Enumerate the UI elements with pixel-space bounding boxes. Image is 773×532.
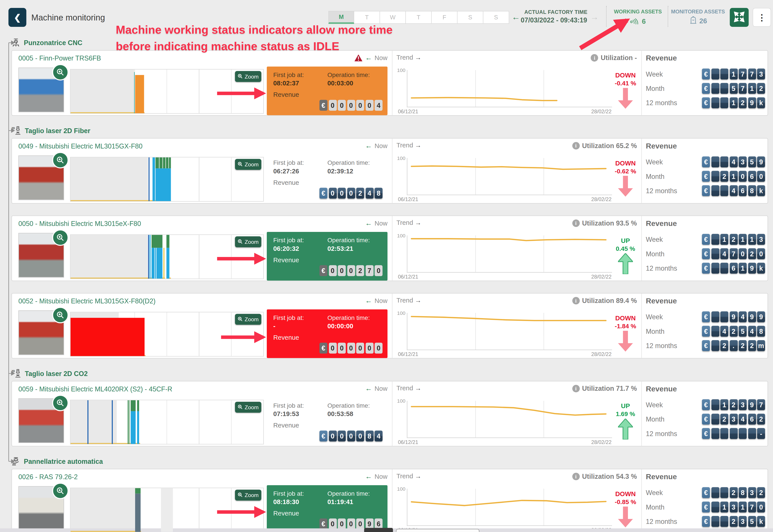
status-panel: First job at: 08:18:30 Operation time: 0… (267, 485, 388, 532)
trend-delta: -0.85 % (615, 499, 636, 506)
arrow-right-icon: → (415, 472, 421, 480)
y-axis-tick: 100 (392, 310, 406, 316)
x-axis-end: 28/02/22 (564, 274, 612, 280)
scrollbar-thumb[interactable] (364, 528, 393, 532)
info-icon[interactable]: i (572, 385, 580, 392)
week-label: Week (646, 401, 663, 409)
photo-zoom-icon[interactable] (52, 152, 68, 168)
counter-digit (711, 428, 719, 439)
info-icon[interactable]: i (572, 297, 580, 305)
timeline-bar (163, 248, 165, 279)
machine-timeline[interactable] (70, 312, 264, 356)
counter-digit (720, 185, 728, 196)
utilization: i Utilization - (591, 54, 637, 62)
counter-digit: 2 (356, 188, 364, 199)
currency-box: € (702, 68, 710, 79)
photo-zoom-icon[interactable] (52, 64, 68, 80)
currency-box: € (702, 399, 710, 410)
trend-chart (407, 235, 612, 273)
machine-timeline[interactable] (70, 488, 264, 532)
utilization-value: 71.7 % (616, 385, 637, 392)
operation-time-value: 00:00:00 (327, 322, 353, 330)
timeline-bar (149, 235, 151, 279)
zoom-button[interactable]: Zoom (235, 159, 261, 170)
kebab-menu-button[interactable]: ⋮ (753, 8, 771, 27)
now-label: Now (374, 219, 388, 227)
monitored-assets-value: 26 (670, 16, 726, 26)
zoom-button[interactable]: Zoom (235, 236, 261, 247)
group-header: Pannellatrice automatica (11, 457, 768, 466)
counter-digit: 0 (365, 100, 373, 111)
photo-zoom-icon[interactable] (52, 483, 68, 499)
counter-digit: 4 (374, 431, 382, 442)
day-cell-6[interactable]: S (483, 11, 509, 24)
counter-digit: 0 (757, 171, 765, 182)
next-day-arrow-icon[interactable]: → (590, 12, 599, 22)
counter-digit: 0 (347, 518, 355, 529)
counter-digit: 9 (748, 263, 756, 274)
zoom-button[interactable]: Zoom (235, 314, 261, 325)
divider (641, 216, 642, 281)
currency-box: € (702, 263, 710, 274)
day-cell-5[interactable]: S (458, 11, 483, 24)
utilization-value: - (635, 54, 637, 62)
counter-digit: 1 (748, 83, 756, 94)
month-revenue-counter: €42548 (702, 326, 765, 337)
day-cell-3[interactable]: T (406, 11, 432, 24)
photo-zoom-icon[interactable] (52, 395, 68, 411)
currency-box: € (319, 188, 327, 199)
day-revenue-counter: €000270 (319, 265, 382, 276)
counter-digit: 0 (338, 343, 346, 354)
divider (392, 139, 393, 203)
counter-digit: 4 (365, 188, 373, 199)
counter-digit: 0 (347, 431, 355, 442)
twelve-months-revenue-counter: €468k (702, 185, 765, 196)
divider (641, 139, 642, 203)
machine-type-icon: 2D (11, 369, 21, 378)
first-job-label: First job at: (273, 314, 304, 321)
counter-digit: 9 (748, 97, 756, 108)
currency-box: € (319, 518, 327, 529)
machine-card: 0052 - Mitsubishi Electric ML3015GX-F80(… (11, 293, 768, 359)
photo-zoom-icon[interactable] (52, 307, 68, 323)
counter-digit: 0 (347, 188, 355, 199)
operation-time-label: Operation time: (327, 237, 370, 244)
machine-title: 0005 - Finn-Power TRS6FB (18, 55, 101, 62)
trend-badge: UP 1.69 % (611, 402, 640, 441)
day-revenue-counter: €000248 (319, 188, 382, 199)
counter-digit: 6 (748, 414, 756, 425)
trend-badge: DOWN -1.84 % (611, 314, 640, 354)
y-axis-tick: 100 (392, 486, 406, 492)
counter-digit: 0 (347, 265, 355, 276)
info-icon[interactable]: i (572, 220, 580, 227)
back-button[interactable]: ❮ (8, 8, 26, 27)
counter-digit (711, 68, 719, 79)
svg-text:2D: 2D (11, 369, 15, 372)
arrow-right-icon: → (415, 54, 421, 61)
machine-timeline[interactable] (70, 69, 264, 114)
twelve-months-revenue-counter: €129k (702, 97, 765, 108)
info-icon[interactable]: i (572, 142, 580, 150)
day-cell-4[interactable]: F (432, 11, 458, 24)
trend-chart (407, 489, 612, 526)
timeline-bar (130, 411, 136, 444)
fullscreen-button[interactable] (730, 8, 749, 27)
photo-zoom-icon[interactable] (52, 229, 68, 246)
panel-revenue-label: Revenue (273, 422, 299, 429)
machine-timeline[interactable] (70, 400, 264, 444)
twelve-months-revenue-counter: €619k (702, 263, 765, 274)
info-icon[interactable]: i (591, 54, 598, 62)
zoom-button[interactable]: Zoom (235, 490, 261, 501)
counter-digit: 8 (374, 188, 382, 199)
twelve-months-label: 12 months (646, 430, 677, 438)
y-axis-tick: 100 (392, 68, 406, 73)
now-label: Now (374, 54, 388, 61)
machine-timeline[interactable] (70, 157, 264, 202)
counter-digit: 2 (730, 326, 738, 337)
info-icon[interactable]: i (572, 473, 580, 480)
zoom-button[interactable]: Zoom (235, 71, 261, 82)
machine-timeline[interactable] (70, 234, 264, 279)
timeline-bar (137, 411, 139, 444)
month-label: Month (646, 85, 665, 92)
zoom-button[interactable]: Zoom (235, 402, 261, 413)
